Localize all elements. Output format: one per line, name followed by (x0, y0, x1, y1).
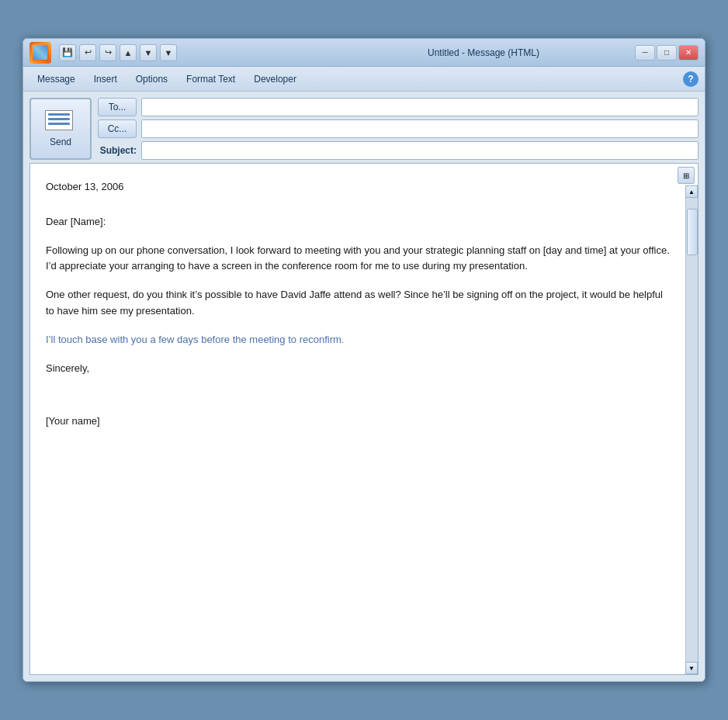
office-logo-inner (32, 44, 49, 61)
up-btn[interactable]: ▲ (120, 44, 137, 61)
dropdown-btn[interactable]: ▼ (160, 44, 177, 61)
send-icon (45, 110, 76, 133)
help-icon[interactable]: ? (683, 71, 699, 87)
send-label: Send (50, 137, 71, 147)
scroll-down-button[interactable]: ▼ (685, 662, 698, 674)
minimize-button[interactable]: ─ (635, 45, 655, 61)
body-container: ⊞ ▲ ▼ October 13, 2006 Dear [Name]: Foll… (29, 163, 699, 675)
cc-row: Cc... (98, 119, 699, 138)
subject-row: Subject: (98, 141, 699, 160)
title-bar: 💾 ↩ ↪ ▲ ▼ ▼ Untitled - Message (HTML) ─ … (23, 39, 705, 67)
email-signature: [Your name] (46, 414, 670, 430)
menu-developer[interactable]: Developer (246, 71, 304, 88)
down-btn[interactable]: ▼ (140, 44, 157, 61)
office-logo (29, 42, 51, 64)
to-row: To... (98, 98, 699, 116)
title-bar-left: 💾 ↩ ↪ ▲ ▼ ▼ (29, 42, 332, 64)
restore-button[interactable]: □ (657, 45, 677, 61)
send-button[interactable]: Send (29, 98, 92, 160)
undo-btn[interactable]: ↩ (79, 44, 96, 61)
menu-options[interactable]: Options (128, 71, 175, 88)
cc-button[interactable]: Cc... (98, 119, 137, 138)
outlook-window: 💾 ↩ ↪ ▲ ▼ ▼ Untitled - Message (HTML) ─ … (23, 38, 705, 682)
email-paragraph-2: One other request, do you think it’s pos… (46, 287, 670, 320)
body-toolbar: ⊞ (678, 167, 695, 184)
scroll-up-button[interactable]: ▲ (685, 185, 698, 198)
scrollbar-thumb[interactable] (687, 209, 698, 255)
close-button[interactable]: ✕ (678, 45, 699, 61)
email-salutation: Dear [Name]: (46, 214, 670, 230)
body-icon-btn[interactable]: ⊞ (678, 167, 695, 184)
email-paragraph-3: I’ll touch base with you a few days befo… (46, 332, 670, 348)
email-date: October 13, 2006 (46, 179, 670, 196)
send-line-2 (48, 118, 70, 120)
email-body[interactable]: October 13, 2006 Dear [Name]: Following … (30, 164, 698, 445)
email-paragraph-1: Following up on our phone conversation, … (46, 243, 670, 275)
save-quick-btn[interactable]: 💾 (59, 44, 76, 61)
email-closing: Sincerely, (46, 361, 670, 377)
send-line-3 (48, 123, 70, 125)
compose-area: Send To... Cc... Subject: (23, 92, 705, 681)
menu-bar: Message Insert Options Format Text Devel… (23, 67, 705, 92)
menu-format-text[interactable]: Format Text (179, 71, 243, 88)
scrollbar-track[interactable]: ▲ ▼ (685, 185, 698, 674)
menu-insert[interactable]: Insert (86, 71, 125, 88)
compose-header: Send To... Cc... Subject: (29, 98, 699, 160)
subject-label: Subject: (98, 145, 137, 156)
cc-input[interactable] (141, 119, 699, 138)
to-input[interactable] (141, 98, 699, 116)
window-title: Untitled - Message (HTML) (332, 47, 635, 58)
send-icon-inner (45, 110, 73, 130)
window-controls: ─ □ ✕ (635, 45, 699, 61)
menu-message[interactable]: Message (29, 71, 83, 88)
redo-btn[interactable]: ↪ (99, 44, 116, 61)
to-button[interactable]: To... (98, 98, 137, 116)
subject-input[interactable] (141, 141, 699, 160)
send-line-1 (48, 113, 70, 116)
fields-area: To... Cc... Subject: (98, 98, 699, 160)
